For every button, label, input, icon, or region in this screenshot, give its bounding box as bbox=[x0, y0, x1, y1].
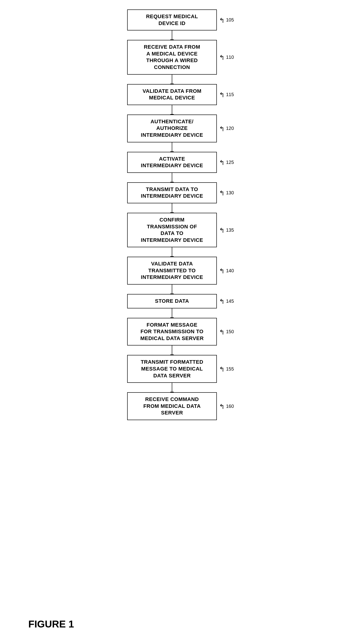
step-label-160: ↳160 bbox=[219, 403, 234, 410]
flow-step-125: ACTIVATE INTERMEDIARY DEVICE↳125 bbox=[127, 152, 217, 173]
flow-step-160: RECEIVE COMMAND FROM MEDICAL DATA SERVER… bbox=[127, 392, 217, 420]
arrow-105 bbox=[172, 30, 172, 40]
step-ref-160: 160 bbox=[226, 404, 234, 409]
step-label-135: ↳135 bbox=[219, 227, 234, 233]
step-box-115: VALIDATE DATA FROM MEDICAL DEVICE bbox=[127, 84, 217, 105]
step-ref-150: 150 bbox=[226, 329, 234, 334]
step-box-105: REQUEST MEDICAL DEVICE ID bbox=[127, 10, 217, 30]
step-label-155: ↳155 bbox=[219, 366, 234, 372]
arrow-135 bbox=[172, 247, 172, 257]
arrow-110 bbox=[172, 75, 172, 84]
step-box-140: VALIDATE DATA TRANSMITTED TO INTERMEDIAR… bbox=[127, 257, 217, 284]
step-box-150: FORMAT MESSAGE FOR TRANSMISSION TO MEDIC… bbox=[127, 318, 217, 346]
figure-title: FIGURE 1 bbox=[28, 618, 74, 630]
step-box-130: TRANSMIT DATA TO INTERMEDIARY DEVICE bbox=[127, 182, 217, 203]
arrow-115 bbox=[172, 105, 172, 114]
flow-step-135: CONFIRM TRANSMISSION OF DATA TO INTERMED… bbox=[127, 213, 217, 247]
step-ref-120: 120 bbox=[226, 126, 234, 131]
step-box-110: RECEIVE DATA FROM A MEDICAL DEVICE THROU… bbox=[127, 40, 217, 74]
step-box-135: CONFIRM TRANSMISSION OF DATA TO INTERMED… bbox=[127, 213, 217, 247]
flowchart-container: REQUEST MEDICAL DEVICE ID↳105RECEIVE DAT… bbox=[0, 0, 344, 434]
arrow-120 bbox=[172, 142, 172, 152]
step-box-125: ACTIVATE INTERMEDIARY DEVICE bbox=[127, 152, 217, 173]
flow-step-110: RECEIVE DATA FROM A MEDICAL DEVICE THROU… bbox=[127, 40, 217, 74]
step-ref-115: 115 bbox=[226, 92, 234, 97]
arrow-155 bbox=[172, 383, 172, 392]
step-ref-155: 155 bbox=[226, 366, 234, 372]
flow-step-105: REQUEST MEDICAL DEVICE ID↳105 bbox=[127, 10, 217, 30]
step-ref-145: 145 bbox=[226, 298, 234, 304]
step-label-120: ↳120 bbox=[219, 125, 234, 132]
step-ref-140: 140 bbox=[226, 268, 234, 274]
arrow-145 bbox=[172, 308, 172, 318]
step-box-160: RECEIVE COMMAND FROM MEDICAL DATA SERVER bbox=[127, 392, 217, 420]
arrow-130 bbox=[172, 203, 172, 213]
step-label-150: ↳150 bbox=[219, 328, 234, 335]
flow-step-130: TRANSMIT DATA TO INTERMEDIARY DEVICE↳130 bbox=[127, 182, 217, 203]
step-box-120: AUTHENTICATE/ AUTHORIZE INTERMEDIARY DEV… bbox=[127, 114, 217, 142]
step-ref-110: 110 bbox=[226, 54, 234, 60]
flow-step-145: STORE DATA↳145 bbox=[127, 294, 217, 308]
flow-step-120: AUTHENTICATE/ AUTHORIZE INTERMEDIARY DEV… bbox=[127, 114, 217, 142]
flow-step-150: FORMAT MESSAGE FOR TRANSMISSION TO MEDIC… bbox=[127, 318, 217, 346]
arrow-140 bbox=[172, 284, 172, 294]
step-ref-135: 135 bbox=[226, 228, 234, 233]
step-label-115: ↳115 bbox=[219, 91, 234, 98]
step-label-130: ↳130 bbox=[219, 190, 234, 196]
flow-step-155: TRANSMIT FORMATTED MESSAGE TO MEDICAL DA… bbox=[127, 355, 217, 383]
step-box-155: TRANSMIT FORMATTED MESSAGE TO MEDICAL DA… bbox=[127, 355, 217, 383]
step-label-110: ↳110 bbox=[219, 54, 234, 60]
arrow-125 bbox=[172, 173, 172, 182]
flow-step-115: VALIDATE DATA FROM MEDICAL DEVICE↳115 bbox=[127, 84, 217, 105]
step-ref-130: 130 bbox=[226, 190, 234, 196]
step-label-145: ↳145 bbox=[219, 298, 234, 304]
step-label-125: ↳125 bbox=[219, 159, 234, 166]
step-ref-125: 125 bbox=[226, 160, 234, 165]
flow-step-140: VALIDATE DATA TRANSMITTED TO INTERMEDIAR… bbox=[127, 257, 217, 284]
arrow-150 bbox=[172, 346, 172, 355]
step-label-140: ↳140 bbox=[219, 267, 234, 274]
step-ref-105: 105 bbox=[226, 17, 234, 23]
step-box-145: STORE DATA bbox=[127, 294, 217, 308]
step-label-105: ↳105 bbox=[219, 17, 234, 24]
